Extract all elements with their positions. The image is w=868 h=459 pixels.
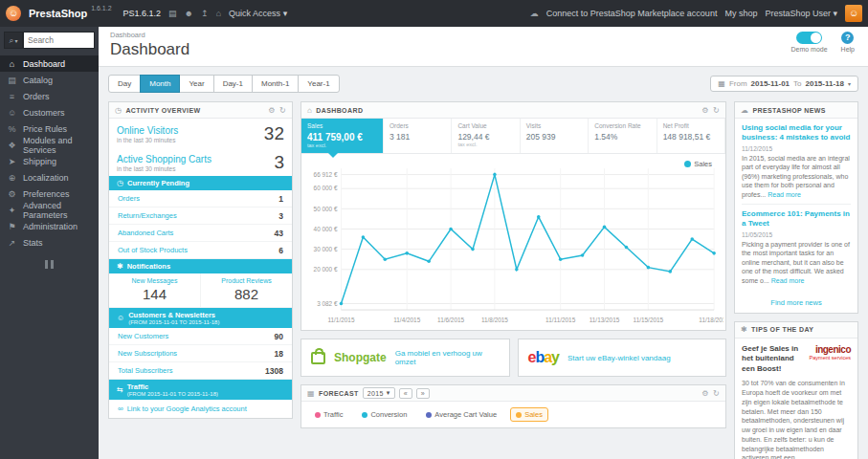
search-input[interactable] [23, 32, 95, 49]
customers-row[interactable]: New Subscriptions 18 [109, 345, 292, 362]
ebay-link[interactable]: Start uw eBay-winkel vandaag [568, 354, 671, 362]
my-shop-link[interactable]: My shop [724, 9, 757, 18]
svg-text:3 082 €: 3 082 € [317, 300, 338, 307]
forecast-panel: ▦ FORECAST 2015 ▾ « » ⚙ ↻ [300, 384, 726, 428]
person-icon[interactable]: ☻ [185, 9, 193, 18]
forecast-prev-button[interactable]: « [399, 388, 412, 399]
marketplace-link[interactable]: Connect to PrestaShop Marketplace accoun… [546, 9, 718, 18]
read-more-link[interactable]: Read more [768, 191, 801, 198]
pending-row[interactable]: Out of Stock Products 6 [109, 242, 292, 259]
user-menu[interactable]: PrestaShop User ▾ [765, 9, 837, 18]
notification-cell[interactable]: New Messages 144 [109, 273, 201, 307]
store-icon[interactable]: ⌂ [216, 9, 221, 18]
sidebar-item-dashboard[interactable]: ⌂ Dashboard [0, 55, 99, 72]
quick-access-menu[interactable]: Quick Access ▾ [229, 9, 287, 18]
kpi-cart-value[interactable]: Cart Value 129,44 € tax excl. [452, 119, 520, 153]
forecast-legend-traffic[interactable]: Traffic [309, 407, 348, 422]
pending-row-value: 3 [278, 211, 283, 221]
sidebar-item-customers[interactable]: ☺ Customers [0, 104, 99, 120]
sidebar-item-preferences[interactable]: ⚙ Preferences [0, 186, 99, 202]
filter-month[interactable]: Month [140, 75, 180, 93]
collapse-sidebar-control[interactable] [43, 260, 56, 269]
sidebar-item-administration[interactable]: ⚑ Administration [0, 218, 99, 234]
shop-tag[interactable]: PS1.6.1.2 [123, 9, 162, 18]
sidebar-item-advanced-parameters[interactable]: ✦ Advanced Parameters [0, 202, 99, 218]
prestashop-logo[interactable]: ☺ [6, 6, 21, 21]
pending-row[interactable]: Orders 1 [109, 190, 292, 208]
sidebar-item-modules[interactable]: ❖ Modules and Services [0, 137, 99, 153]
kpi-label: Net Profit [663, 122, 719, 129]
sidebar-item-stats[interactable]: ↗ Stats [0, 234, 99, 251]
chart-legend[interactable]: Sales [684, 160, 712, 168]
sidebar-item-price-rules[interactable]: % Price Rules [0, 120, 99, 137]
gear-icon[interactable]: ⚙ [268, 106, 276, 115]
filter-day[interactable]: Day [108, 75, 141, 93]
kpi-visits[interactable]: Visits 205 939 [521, 119, 589, 153]
svg-text:60 000 €: 60 000 € [314, 185, 338, 191]
gear-icon[interactable]: ⚙ [701, 106, 709, 115]
pending-row[interactable]: Return/Exchanges 3 [109, 208, 292, 225]
forecast-legend-conversion[interactable]: Conversion [356, 407, 412, 422]
notification-cell[interactable]: Product Reviews 882 [201, 273, 292, 307]
forecast-next-button[interactable]: » [416, 388, 430, 399]
filter-year[interactable]: Year [179, 75, 213, 93]
currently-pending-header: ◷ Currently Pending [109, 176, 292, 190]
customers-row[interactable]: Total Subscribers 1308 [109, 362, 292, 380]
news-article-title[interactable]: Using social media for your business: 4 … [742, 123, 851, 143]
find-more-news-link[interactable]: Find more news [735, 295, 857, 313]
notifications-header: ✱ Notifications [109, 259, 292, 273]
upload-icon[interactable]: ↥ [201, 9, 209, 18]
svg-text:50 000 €: 50 000 € [314, 206, 338, 212]
svg-text:11/6/2015: 11/6/2015 [437, 317, 464, 323]
refresh-icon[interactable]: ↻ [279, 106, 286, 115]
dashboard-panel-title: DASHBOARD [316, 107, 363, 114]
svg-text:40 000 €: 40 000 € [314, 226, 338, 232]
legend-dot [315, 412, 321, 418]
forecast-legend-sales[interactable]: Sales [510, 407, 548, 422]
help-icon[interactable]: ? [841, 32, 854, 44]
demo-mode-label: Demo mode [790, 46, 827, 53]
demo-mode-toggle[interactable] [796, 32, 822, 44]
sidebar-item-shipping[interactable]: ➤ Shipping [0, 153, 99, 169]
forecast-legend-average-cart-value[interactable]: Average Cart Value [420, 407, 502, 422]
customers-row[interactable]: New Customers 90 [109, 328, 292, 345]
google-analytics-link[interactable]: ∞ Link to your Google Analytics account [109, 400, 292, 418]
search-icon: ⌕ [9, 35, 13, 46]
sidebar-item-localization[interactable]: ⊕ Localization [0, 169, 99, 186]
activity-icon: ◷ [115, 106, 122, 115]
forecast-legend-label: Sales [524, 410, 543, 419]
pending-row[interactable]: Abandoned Carts 43 [109, 225, 292, 242]
prestashop-news-panel: ☁ PRESTASHOP NEWS Using social media for… [734, 101, 858, 314]
ingenico-logo: ingenico Payment services [810, 344, 851, 361]
clock-icon: ◷ [117, 179, 123, 187]
breadcrumb[interactable]: Dashboard [110, 31, 857, 39]
kpi-net-profit[interactable]: Net Profit 148 918,51 € [657, 119, 725, 153]
kpi-sales[interactable]: Sales 411 759,00 € tax excl. [301, 119, 384, 153]
active-carts-link[interactable]: Active Shopping Carts [117, 154, 211, 164]
sidebar-item-orders[interactable]: ≡ Orders [0, 88, 99, 104]
pending-row-label: Return/Exchanges [118, 211, 177, 220]
kpi-orders[interactable]: Orders 3 181 [384, 119, 452, 153]
read-more-link[interactable]: Read more [771, 277, 805, 284]
sidebar-item-catalog[interactable]: ▤ Catalog [0, 72, 99, 88]
filter-day-1[interactable]: Day-1 [213, 75, 253, 93]
refresh-icon[interactable]: ↻ [713, 389, 720, 398]
cart-icon[interactable]: ▤ [168, 9, 177, 18]
traffic-range: (FROM 2015-11-01 TO 2015-11-18) [127, 391, 218, 397]
online-visitors-link[interactable]: Online Visitors [117, 125, 178, 136]
legend-dot [362, 412, 367, 418]
news-article-title[interactable]: Ecommerce 101: Payments in a Tweet [742, 209, 851, 230]
shopgate-link[interactable]: Ga mobiel en verhoog uw omzet [395, 349, 500, 366]
gear-icon[interactable]: ⚙ [701, 389, 709, 398]
refresh-icon[interactable]: ↻ [713, 106, 720, 115]
news-panel-title: PRESTASHOP NEWS [752, 107, 826, 114]
forecast-legend-label: Average Cart Value [434, 410, 497, 419]
search-scope-button[interactable]: ⌕ ▾ [4, 32, 23, 49]
filter-year-1[interactable]: Year-1 [298, 75, 339, 93]
forecast-year-value: 2015 [367, 390, 384, 397]
forecast-year-select[interactable]: 2015 ▾ [363, 387, 395, 399]
user-avatar[interactable]: ☺ [845, 5, 862, 22]
date-range-picker[interactable]: ▦ From 2015-11-01 To 2015-11-18 ▾ [710, 76, 858, 92]
filter-month-1[interactable]: Month-1 [252, 75, 299, 93]
kpi-conversion-rate[interactable]: Conversion Rate 1.54% [589, 119, 657, 153]
